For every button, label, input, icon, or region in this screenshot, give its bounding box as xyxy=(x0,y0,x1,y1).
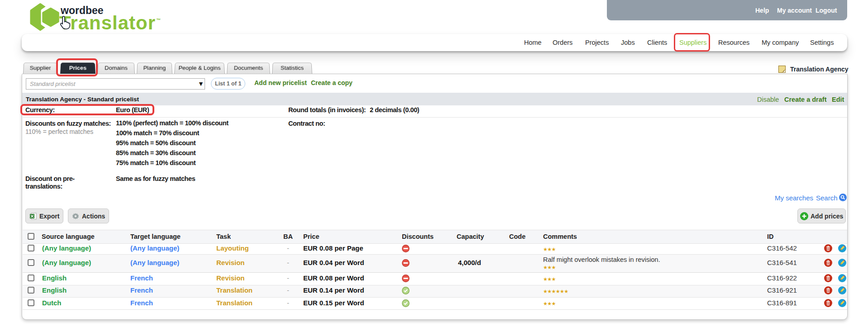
svg-text:™: ™ xyxy=(156,18,161,23)
svg-text:Translator: Translator xyxy=(59,12,156,33)
